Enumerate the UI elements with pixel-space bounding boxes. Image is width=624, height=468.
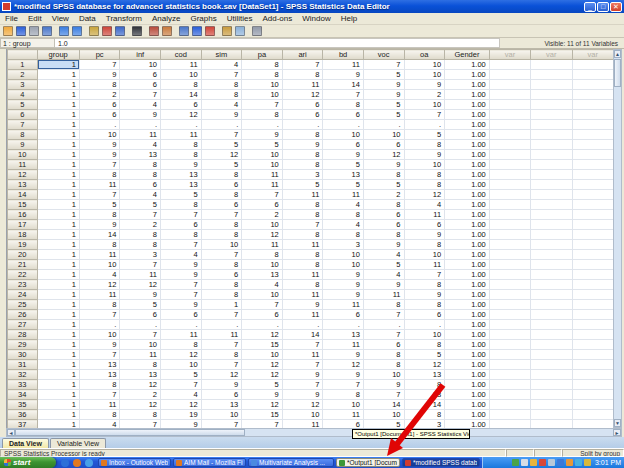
- cell[interactable]: 8: [363, 230, 404, 240]
- insert-variable-icon[interactable]: [162, 26, 172, 36]
- cell[interactable]: 1: [37, 70, 79, 80]
- cell[interactable]: 11: [160, 60, 201, 70]
- cell[interactable]: 7: [201, 210, 242, 220]
- cell[interactable]: .: [363, 320, 404, 330]
- row-header[interactable]: 10: [8, 150, 38, 160]
- cell[interactable]: 1.00: [445, 100, 490, 110]
- cell[interactable]: 8: [201, 290, 242, 300]
- cell[interactable]: 10: [201, 240, 242, 250]
- cell[interactable]: 11: [282, 270, 323, 280]
- cell[interactable]: 13: [201, 400, 242, 410]
- cell[interactable]: 11: [282, 420, 323, 429]
- cell-empty[interactable]: [489, 180, 530, 190]
- cell-empty[interactable]: [531, 190, 572, 200]
- cell[interactable]: 8: [79, 380, 120, 390]
- cell[interactable]: 12: [242, 400, 283, 410]
- row-header[interactable]: 31: [8, 360, 38, 370]
- cell[interactable]: 8: [363, 170, 404, 180]
- cell[interactable]: 9: [79, 70, 120, 80]
- tray-icon[interactable]: [521, 459, 528, 466]
- cell[interactable]: 9: [404, 290, 445, 300]
- cell[interactable]: 14: [363, 400, 404, 410]
- cell[interactable]: .: [242, 120, 283, 130]
- cell[interactable]: 8: [282, 160, 323, 170]
- cell-empty[interactable]: [531, 310, 572, 320]
- cell[interactable]: 9: [404, 230, 445, 240]
- taskbar-button[interactable]: *Output1 [Document...: [336, 458, 400, 467]
- cell[interactable]: 1: [37, 300, 79, 310]
- taskbar-button[interactable]: Multivariate Analysis ...: [248, 458, 334, 467]
- horizontal-scroll-thumb[interactable]: [15, 429, 245, 436]
- cell-empty[interactable]: [489, 200, 530, 210]
- cell[interactable]: 2: [242, 210, 283, 220]
- cell[interactable]: 6: [120, 70, 161, 80]
- cell[interactable]: 5: [120, 300, 161, 310]
- cell[interactable]: 1.00: [445, 260, 490, 270]
- cell[interactable]: 1.00: [445, 300, 490, 310]
- cell-empty[interactable]: [531, 260, 572, 270]
- cell[interactable]: 8: [282, 200, 323, 210]
- row-header[interactable]: 27: [8, 320, 38, 330]
- cell-empty[interactable]: [489, 190, 530, 200]
- cell[interactable]: 8: [120, 410, 161, 420]
- cell-empty[interactable]: [572, 330, 614, 340]
- select-cases-icon[interactable]: [205, 26, 215, 36]
- cell-empty[interactable]: [572, 110, 614, 120]
- cell[interactable]: 4: [323, 220, 364, 230]
- cell[interactable]: 13: [79, 370, 120, 380]
- cell-empty[interactable]: [572, 150, 614, 160]
- row-header[interactable]: 36: [8, 410, 38, 420]
- cell[interactable]: 12: [120, 400, 161, 410]
- cell[interactable]: 8: [323, 390, 364, 400]
- cell[interactable]: 6: [120, 80, 161, 90]
- cell[interactable]: 8: [404, 170, 445, 180]
- cell[interactable]: 1: [37, 180, 79, 190]
- row-header[interactable]: 33: [8, 380, 38, 390]
- cell[interactable]: 9: [160, 160, 201, 170]
- cell-empty[interactable]: [531, 350, 572, 360]
- row-header[interactable]: 14: [8, 190, 38, 200]
- cell[interactable]: 8: [201, 170, 242, 180]
- cell[interactable]: 5: [242, 380, 283, 390]
- cell[interactable]: 8: [363, 300, 404, 310]
- cell[interactable]: 4: [201, 60, 242, 70]
- row-header[interactable]: 24: [8, 290, 38, 300]
- cell[interactable]: 14: [323, 80, 364, 90]
- row-header[interactable]: 32: [8, 370, 38, 380]
- cell[interactable]: 7: [160, 240, 201, 250]
- cell[interactable]: 6: [201, 270, 242, 280]
- cell[interactable]: 1: [37, 120, 79, 130]
- cell[interactable]: 13: [160, 180, 201, 190]
- cell[interactable]: 11: [242, 180, 283, 190]
- cell[interactable]: 11: [323, 60, 364, 70]
- cell[interactable]: 9: [282, 390, 323, 400]
- cell[interactable]: 12: [242, 230, 283, 240]
- cell[interactable]: 1: [37, 330, 79, 340]
- cell-empty[interactable]: [572, 60, 614, 70]
- cell[interactable]: 6: [363, 140, 404, 150]
- cell[interactable]: 9: [363, 80, 404, 90]
- cell-empty[interactable]: [572, 350, 614, 360]
- cell[interactable]: 6: [323, 110, 364, 120]
- weight-cases-icon[interactable]: [192, 26, 202, 36]
- cell[interactable]: 8: [363, 350, 404, 360]
- tray-icon[interactable]: [584, 459, 591, 466]
- tab-data-view[interactable]: Data View: [2, 438, 49, 448]
- cell[interactable]: 7: [201, 130, 242, 140]
- cell[interactable]: 13: [404, 370, 445, 380]
- cell[interactable]: 7: [282, 60, 323, 70]
- cell-empty[interactable]: [489, 130, 530, 140]
- cell[interactable]: 9: [120, 110, 161, 120]
- cell-empty[interactable]: [531, 400, 572, 410]
- row-header[interactable]: 1: [8, 60, 38, 70]
- cell[interactable]: 1.00: [445, 400, 490, 410]
- cell[interactable]: .: [363, 120, 404, 130]
- cell[interactable]: 4: [79, 270, 120, 280]
- cell[interactable]: 11: [242, 240, 283, 250]
- cell[interactable]: 1.00: [445, 140, 490, 150]
- cell[interactable]: 8: [242, 60, 283, 70]
- scroll-left-icon[interactable]: ◄: [7, 429, 15, 436]
- cell-empty[interactable]: [489, 340, 530, 350]
- cell-empty[interactable]: [531, 330, 572, 340]
- cell[interactable]: 1.00: [445, 230, 490, 240]
